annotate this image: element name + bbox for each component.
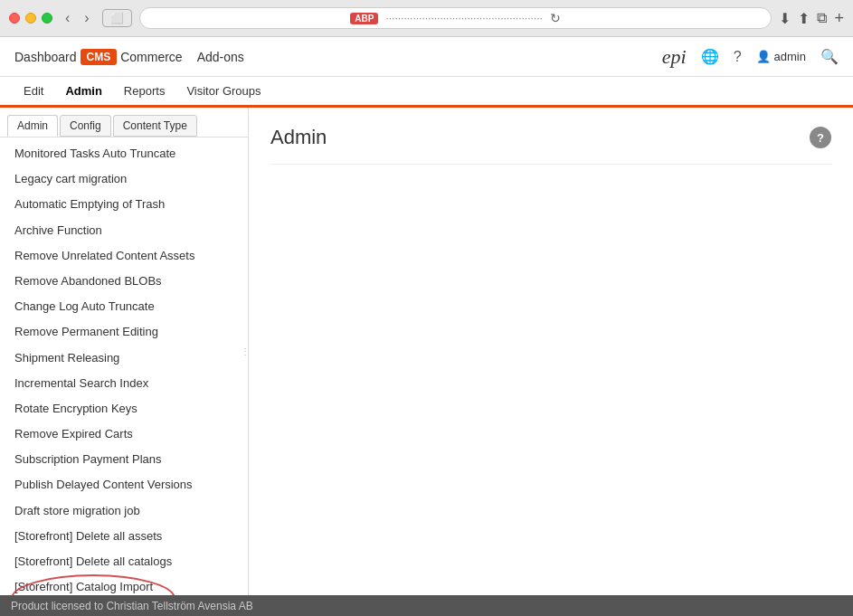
main-content: Admin Config Content Type Monitored Task… — [0, 108, 853, 595]
help-icon[interactable]: ? — [734, 49, 742, 65]
list-item[interactable]: Legacy cart migration — [0, 166, 248, 192]
sidebar-resize-handle[interactable]: ⋮ — [242, 108, 248, 595]
tabs-icon[interactable]: ⧉ — [817, 10, 827, 26]
nav-visitor-groups[interactable]: Visitor Groups — [177, 79, 270, 103]
list-item[interactable]: Rotate Encryption Keys — [0, 396, 248, 422]
resize-dots-icon: ⋮ — [241, 347, 249, 356]
maximize-button[interactable] — [42, 13, 52, 24]
nav-edit[interactable]: Edit — [14, 79, 52, 103]
list-item[interactable]: Subscription Payment Plans — [0, 447, 248, 472]
list-item[interactable]: [Storefront] Delete all assets — [0, 524, 248, 549]
tab-admin[interactable]: Admin — [7, 115, 58, 137]
list-item[interactable]: Remove Permanent Editing — [0, 319, 248, 345]
sidebar: Admin Config Content Type Monitored Task… — [0, 108, 249, 595]
list-item[interactable]: [Storefront] Delete all catalogs — [0, 549, 248, 574]
nav-cms[interactable]: CMS — [81, 49, 118, 65]
circled-group: [Storefront] Catalog Import [Storefront]… — [0, 574, 248, 595]
browser-chrome: ‹ › ⬜ ABP ······························… — [0, 0, 853, 37]
back-button[interactable]: ‹ — [60, 8, 75, 28]
address-text: ········································… — [385, 12, 542, 24]
list-item[interactable]: Incremental Search Index — [0, 371, 248, 396]
list-item[interactable]: Remove Unrelated Content Assets — [0, 243, 248, 269]
share-icon[interactable]: ⬆ — [798, 10, 810, 27]
main-header: Admin ? — [270, 126, 831, 165]
download-icon[interactable]: ⬇ — [779, 10, 791, 27]
globe-icon[interactable]: 🌐 — [701, 48, 719, 65]
nav-reports[interactable]: Reports — [115, 79, 175, 103]
address-bar[interactable]: ABP ····································… — [139, 7, 772, 29]
status-bar: Product licensed to Christian Tellström … — [0, 595, 853, 616]
list-item[interactable]: Remove Expired Carts — [0, 422, 248, 447]
list-item[interactable]: Publish Delayed Content Versions — [0, 472, 248, 498]
tab-config[interactable]: Config — [60, 115, 111, 137]
sidebar-list: Monitored Tasks Auto Truncate Legacy car… — [0, 137, 248, 595]
adblock-badge: ABP — [350, 13, 378, 24]
status-text: Product licensed to Christian Tellström … — [11, 600, 253, 612]
list-item-catalog-import[interactable]: [Storefront] Catalog Import — [0, 574, 248, 595]
nav-right: epi 🌐 ? 👤 admin 🔍 — [662, 45, 839, 69]
window-view-button[interactable]: ⬜ — [102, 9, 132, 27]
list-item[interactable]: Draft store migration job — [0, 498, 248, 524]
nav-dashboard[interactable]: Dashboard — [14, 50, 77, 64]
list-item[interactable]: Change Log Auto Truncate — [0, 294, 248, 319]
page-title: Admin — [270, 126, 327, 149]
app-navbar: Dashboard CMS Commerce Add-ons epi 🌐 ? 👤… — [0, 37, 853, 77]
list-item[interactable]: Shipment Releasing — [0, 346, 248, 371]
list-item[interactable]: Monitored Tasks Auto Truncate — [0, 141, 248, 166]
admin-label: admin — [774, 50, 806, 63]
window-controls — [9, 13, 52, 24]
user-icon: 👤 — [756, 50, 771, 63]
help-button[interactable]: ? — [810, 127, 831, 148]
close-button[interactable] — [9, 13, 20, 24]
browser-navigation: ‹ › — [60, 8, 95, 28]
main-area: Admin ? — [249, 108, 853, 595]
browser-toolbar-icons: ⬇ ⬆ ⧉ + — [779, 9, 844, 28]
new-tab-icon[interactable]: + — [834, 9, 844, 28]
list-item[interactable]: Archive Function — [0, 218, 248, 243]
list-item[interactable]: Remove Abandoned BLOBs — [0, 269, 248, 294]
tab-content-type[interactable]: Content Type — [113, 115, 197, 137]
minimize-button[interactable] — [25, 13, 36, 24]
admin-user-button[interactable]: 👤 admin — [756, 50, 806, 63]
nav-admin[interactable]: Admin — [56, 79, 110, 103]
list-item[interactable]: Automatic Emptying of Trash — [0, 192, 248, 217]
nav-addons[interactable]: Add-ons — [197, 50, 244, 64]
nav-commerce[interactable]: Commerce — [120, 50, 182, 64]
search-icon[interactable]: 🔍 — [820, 48, 839, 65]
secondary-navbar: Edit Admin Reports Visitor Groups — [0, 77, 853, 108]
epi-logo: epi — [662, 45, 687, 69]
forward-button[interactable]: › — [79, 8, 94, 28]
sidebar-tabs: Admin Config Content Type — [0, 108, 248, 137]
refresh-icon[interactable]: ↻ — [550, 11, 561, 25]
